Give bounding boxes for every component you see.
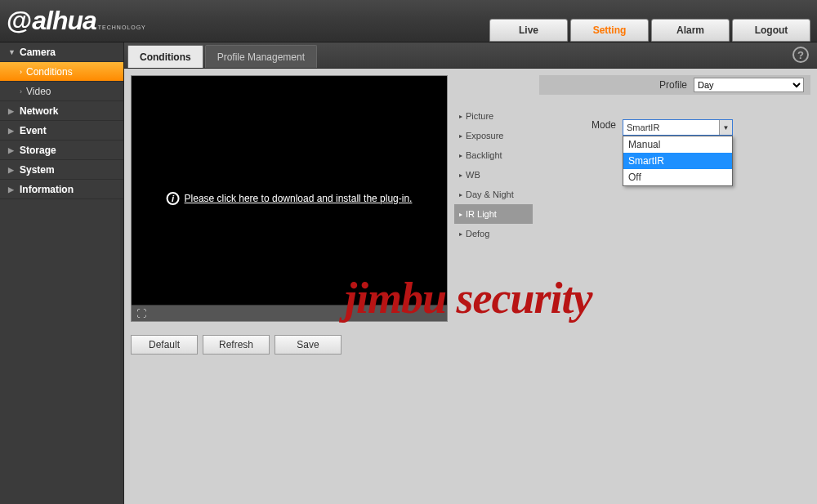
- sidebar-label: Information: [20, 184, 74, 195]
- fullscreen-icon[interactable]: ⛶: [136, 308, 146, 319]
- bullet-icon: ▸: [459, 113, 462, 120]
- mode-select[interactable]: SmartIR ▼: [623, 119, 733, 136]
- sidebar-item-system[interactable]: ▶ System: [0, 160, 123, 180]
- plugin-message: i Please click here to download and inst…: [167, 192, 413, 205]
- triangle-right-icon: ▶: [8, 107, 15, 115]
- mode-label: Mode: [592, 119, 616, 131]
- mode-select-wrap: SmartIR ▼ Manual SmartIR Off: [623, 119, 733, 136]
- brand-logo: @alhua TECHNOLOGY: [0, 6, 146, 36]
- sidebar-sub-conditions[interactable]: › Conditions: [0, 62, 123, 82]
- sidebar-label: Network: [20, 105, 58, 117]
- header-bar: @alhua TECHNOLOGY Live Setting Alarm Log…: [0, 0, 817, 42]
- sidebar-item-event[interactable]: ▶ Event: [0, 121, 123, 140]
- options-list: ▸Picture ▸Exposure ▸Backlight ▸WB ▸Day &…: [454, 75, 533, 497]
- info-icon: i: [167, 192, 180, 205]
- save-button[interactable]: Save: [275, 335, 342, 355]
- tab-bar: Conditions Profile Management ?: [124, 42, 817, 69]
- triangle-right-icon: ▶: [8, 185, 15, 194]
- tab-profile-management[interactable]: Profile Management: [205, 45, 317, 68]
- bullet-icon: ▸: [459, 152, 462, 159]
- mode-dropdown: Manual SmartIR Off: [623, 136, 733, 186]
- triangle-right-icon: ▶: [8, 166, 15, 174]
- option-picture[interactable]: ▸Picture: [454, 106, 533, 126]
- plugin-download-link[interactable]: Please click here to download and instal…: [185, 193, 413, 204]
- logo-text: alhua: [32, 6, 96, 36]
- profile-label: Profile: [659, 79, 687, 91]
- sidebar-sub-label: Conditions: [26, 66, 73, 78]
- option-day-night[interactable]: ▸Day & Night: [454, 185, 533, 204]
- sidebar-item-storage[interactable]: ▶ Storage: [0, 140, 123, 160]
- profile-bar: Profile Day: [539, 75, 810, 95]
- sidebar-label: Camera: [20, 47, 56, 58]
- mode-selected: SmartIR: [627, 123, 659, 132]
- help-icon[interactable]: ?: [792, 47, 809, 63]
- sidebar-label: System: [20, 164, 55, 176]
- sidebar-item-information[interactable]: ▶ Information: [0, 180, 123, 199]
- bullet-icon: ▸: [459, 211, 462, 218]
- triangle-right-icon: ▶: [8, 146, 15, 154]
- option-backlight[interactable]: ▸Backlight: [454, 145, 533, 165]
- dropdown-arrow-icon: ▼: [719, 120, 732, 135]
- sidebar-sub-video[interactable]: › Video: [0, 82, 123, 101]
- caret-right-icon: ›: [20, 68, 22, 76]
- triangle-down-icon: ▼: [8, 48, 15, 56]
- mode-option-manual[interactable]: Manual: [623, 136, 732, 153]
- sidebar-item-camera[interactable]: ▼ Camera: [0, 42, 123, 62]
- left-column: i Please click here to download and inst…: [131, 75, 448, 497]
- option-defog[interactable]: ▸Defog: [454, 224, 533, 243]
- bullet-icon: ▸: [459, 230, 462, 238]
- caret-right-icon: ›: [20, 87, 22, 96]
- bullet-icon: ▸: [459, 172, 462, 179]
- main-area: Conditions Profile Management ? i Please…: [124, 42, 817, 504]
- nav-alarm[interactable]: Alarm: [651, 19, 730, 42]
- profile-select[interactable]: Day: [694, 78, 804, 92]
- logo-subtext: TECHNOLOGY: [98, 25, 146, 30]
- logo-at: @: [7, 6, 32, 36]
- content-area: i Please click here to download and inst…: [124, 69, 817, 504]
- sidebar-label: Storage: [20, 145, 56, 156]
- sidebar-item-network[interactable]: ▶ Network: [0, 101, 123, 121]
- action-buttons: Default Refresh Save: [131, 335, 448, 355]
- mode-option-smartir[interactable]: SmartIR: [623, 153, 732, 169]
- bullet-icon: ▸: [459, 191, 462, 198]
- option-exposure[interactable]: ▸Exposure: [454, 126, 533, 145]
- top-nav: Live Setting Alarm Logout: [489, 0, 810, 42]
- settings-column: Profile Day Mode SmartIR ▼ Manual: [539, 75, 810, 497]
- mode-row: Mode SmartIR ▼ Manual SmartIR Off: [539, 119, 810, 136]
- sidebar-label: Event: [20, 125, 47, 136]
- sidebar-sub-label: Video: [26, 86, 51, 97]
- tab-conditions[interactable]: Conditions: [127, 45, 203, 68]
- nav-live[interactable]: Live: [489, 19, 568, 42]
- nav-setting[interactable]: Setting: [570, 19, 649, 42]
- nav-logout[interactable]: Logout: [732, 19, 810, 42]
- triangle-right-icon: ▶: [8, 127, 15, 135]
- option-wb[interactable]: ▸WB: [454, 165, 533, 185]
- default-button[interactable]: Default: [131, 335, 198, 355]
- video-controls: ⛶: [132, 305, 447, 321]
- bullet-icon: ▸: [459, 132, 462, 140]
- sidebar: ▼ Camera › Conditions › Video ▶ Network …: [0, 42, 124, 504]
- option-ir-light[interactable]: ▸IR Light: [454, 204, 533, 224]
- refresh-button[interactable]: Refresh: [203, 335, 270, 355]
- video-preview: i Please click here to download and inst…: [131, 75, 448, 322]
- mode-option-off[interactable]: Off: [623, 169, 732, 185]
